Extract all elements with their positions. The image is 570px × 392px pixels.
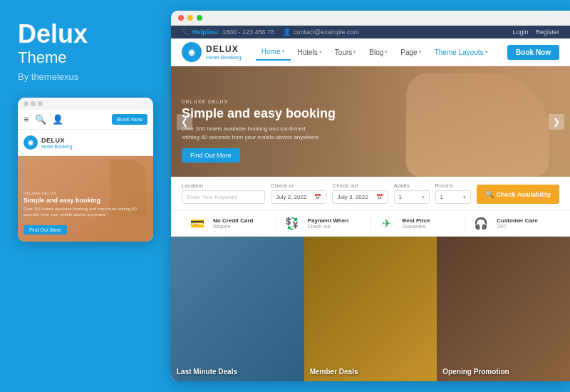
- mobile-dot-1: [24, 101, 28, 106]
- hamburger-icon[interactable]: ≡: [24, 114, 29, 125]
- location-input[interactable]: Enter Your Keyword: [182, 190, 265, 204]
- feature-best-price: ✈ Best Price Guarantee: [371, 216, 466, 230]
- mobile-hero-desc: Over 300 hotels available booking and co…: [24, 207, 147, 218]
- mobile-logo-area: ◉ DELUX Hotel Booking: [18, 130, 153, 156]
- login-link[interactable]: Login: [512, 29, 528, 36]
- logo-icon: ◉: [182, 42, 202, 62]
- website-content: 📞 Helpline: 1800 - 123 456 78 👤 contact@…: [171, 26, 570, 381]
- logo-title: DELUX: [206, 44, 242, 54]
- browser-close-dot[interactable]: [178, 15, 184, 21]
- left-panel: Delux Theme By themelexus ≡ 🔍 👤 Book Now…: [0, 0, 164, 392]
- nav-hotels[interactable]: Hotels ▾: [292, 45, 328, 60]
- topbar-phone: 📞 Helpline: 1800 - 123 456 78: [182, 29, 274, 36]
- feature-text-4: Customer Care 24/7: [497, 217, 537, 229]
- hero-next-button[interactable]: ❯: [549, 114, 564, 130]
- mobile-dot-3: [38, 101, 43, 106]
- card-last-minute[interactable]: Last Minute Deals: [171, 237, 304, 381]
- location-field: Location Enter Your Keyword: [182, 182, 265, 204]
- nav-theme-label: Theme Layouts: [435, 48, 484, 56]
- feature-title-3: Best Price: [403, 217, 430, 224]
- card-opening-promotion[interactable]: Opening Promotion: [437, 237, 570, 381]
- mobile-mockup: ≡ 🔍 👤 Book Now ◉ DELUX Hotel Booking DEL…: [18, 98, 153, 242]
- nav-page-label: Page: [400, 48, 417, 56]
- checkout-value: July 3, 2022: [337, 194, 368, 200]
- mobile-top-bar: [18, 98, 153, 110]
- mobile-hero: DELUXE DELUX Simple and easy booking Ove…: [18, 156, 153, 242]
- topbar-left: 📞 Helpline: 1800 - 123 456 78 👤 contact@…: [182, 29, 502, 36]
- nav-tours[interactable]: Tours ▾: [329, 45, 362, 60]
- adults-label: Adults: [394, 182, 430, 189]
- site-logo[interactable]: ◉ DELUX Hotel Booking: [182, 42, 242, 62]
- mobile-logo-text: DELUX Hotel Booking: [41, 137, 73, 149]
- feature-sub-3: Guarantee: [403, 224, 430, 229]
- checkout-field: Check out July 3, 2022 📅: [332, 182, 388, 204]
- card-member-deals[interactable]: Member Deals: [304, 237, 437, 381]
- mobile-book-button[interactable]: Book Now: [112, 114, 147, 125]
- feature-no-credit-card: 💳 No Credit Card Require: [182, 216, 276, 230]
- user-icon[interactable]: 👤: [52, 114, 63, 125]
- cards-row: Last Minute Deals Member Deals Opening P…: [171, 237, 570, 381]
- search-btn-icon: 🔍: [485, 190, 494, 198]
- site-topbar: 📞 Helpline: 1800 - 123 456 78 👤 contact@…: [171, 26, 570, 38]
- nav-page-arrow: ▾: [419, 49, 422, 55]
- feature-title-4: Customer Care: [497, 217, 537, 224]
- feature-customer-care: 🎧 Customer Care 24/7: [465, 216, 559, 230]
- browser-maximize-dot[interactable]: [197, 15, 202, 21]
- feature-sub-2: Check out: [308, 224, 348, 229]
- headphone-icon: 🎧: [471, 216, 491, 230]
- location-label: Location: [182, 182, 265, 189]
- search-icon[interactable]: 🔍: [35, 114, 46, 125]
- nav-page[interactable]: Page ▾: [395, 45, 427, 60]
- phone-icon: 📞: [182, 29, 190, 36]
- mobile-logo-icon: ◉: [24, 135, 38, 150]
- mobile-nav: ≡ 🔍 👤 Book Now: [18, 110, 153, 130]
- nav-home[interactable]: Home ▾: [256, 44, 291, 61]
- card-label-2: Member Deals: [310, 368, 358, 376]
- rooms-select[interactable]: 1 ▾: [435, 190, 471, 204]
- feature-sub-4: 24/7: [497, 224, 537, 229]
- adults-field: Adults 1 ▾: [394, 182, 430, 204]
- check-btn-label: Check Availability: [497, 191, 551, 198]
- checkout-label: Check out: [332, 182, 388, 189]
- brand-title: Delux: [18, 21, 88, 47]
- rooms-arrow: ▾: [463, 195, 466, 200]
- card-label-1: Last Minute Deals: [177, 368, 237, 376]
- checkin-value: July 2, 2022: [276, 194, 306, 200]
- book-now-button[interactable]: Book Now: [507, 45, 559, 60]
- feature-text-2: Payment When Check out: [308, 217, 348, 229]
- phone-number: 1800 - 123 456 78: [222, 29, 274, 36]
- payment-icon: 💱: [282, 216, 302, 230]
- nav-blog[interactable]: Blog ▾: [363, 45, 393, 60]
- mobile-find-button[interactable]: Find Out More: [24, 225, 67, 234]
- site-hero: ❮ DELUXE DELUX Simple and easy booking O…: [171, 66, 570, 177]
- site-header: ◉ DELUX Hotel Booking Home ▾ Hotels ▾ To…: [171, 38, 570, 66]
- hero-person-group: [406, 73, 549, 177]
- features-bar: 💳 No Credit Card Require 💱 Payment When …: [171, 210, 570, 237]
- mobile-hero-title: Simple and easy booking: [24, 197, 147, 205]
- checkout-input[interactable]: July 3, 2022 📅: [332, 190, 388, 204]
- rooms-field: Rooms 1 ▾: [435, 182, 471, 204]
- location-placeholder: Enter Your Keyword: [187, 194, 237, 200]
- hero-title: Simple and easy booking: [182, 106, 336, 121]
- hero-find-button[interactable]: Find Out More: [182, 148, 240, 163]
- nav-theme-arrow: ▾: [485, 49, 488, 55]
- register-link[interactable]: Register: [535, 29, 559, 36]
- browser-minimize-dot[interactable]: [187, 15, 193, 21]
- search-bar: Location Enter Your Keyword Check in Jul…: [171, 177, 570, 210]
- mobile-hero-label: DELUXE DELUX: [24, 191, 147, 195]
- check-availability-button[interactable]: 🔍 Check Availability: [477, 185, 559, 204]
- mobile-dot-2: [31, 101, 36, 106]
- topbar-email: 👤 contact@example.com: [283, 29, 359, 36]
- nav-blog-label: Blog: [369, 48, 383, 56]
- credit-card-icon: 💳: [187, 216, 207, 230]
- adults-select[interactable]: 1 ▾: [394, 190, 430, 204]
- nav-home-arrow: ▾: [282, 48, 285, 54]
- feature-payment: 💱 Payment When Check out: [276, 216, 371, 230]
- logo-text: DELUX Hotel Booking: [206, 44, 242, 61]
- rooms-label: Rooms: [435, 182, 471, 189]
- nav-tours-arrow: ▾: [353, 49, 356, 55]
- nav-hotels-label: Hotels: [298, 48, 318, 56]
- checkin-input[interactable]: July 2, 2022 📅: [271, 190, 326, 204]
- nav-theme-layouts[interactable]: Theme Layouts ▾: [429, 45, 494, 60]
- feature-text-3: Best Price Guarantee: [403, 217, 430, 229]
